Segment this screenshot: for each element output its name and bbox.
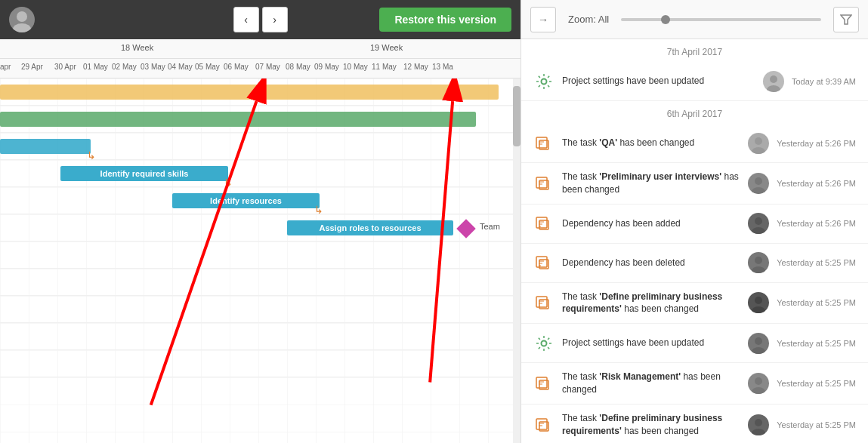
gantt-bar-identify-skills: Identify required skills bbox=[60, 166, 228, 181]
svg-point-24 bbox=[755, 257, 762, 264]
history-item-text: The task 'Risk Management' has been chan… bbox=[562, 371, 740, 396]
svg-rect-26 bbox=[536, 297, 547, 307]
day-label: 13 Ma bbox=[432, 63, 453, 71]
task-icon bbox=[533, 173, 554, 194]
gantt-bar-orange bbox=[0, 85, 499, 100]
date-separator-1: 7th April 2017 bbox=[521, 39, 868, 62]
day-row: apr 29 Apr 30 Apr 01 May 02 May 03 May 0… bbox=[0, 59, 520, 78]
svg-point-8 bbox=[770, 75, 777, 83]
nav-buttons: ‹ › bbox=[233, 7, 288, 32]
svg-point-12 bbox=[755, 137, 762, 145]
svg-point-31 bbox=[755, 337, 762, 345]
dependency-icon bbox=[533, 213, 554, 234]
dependency-icon-3: ↳ bbox=[314, 204, 323, 216]
history-item[interactable]: The task 'Preliminary user interviews' h… bbox=[521, 163, 868, 205]
history-item-text: Project settings have been updated bbox=[562, 337, 740, 349]
filter-button[interactable] bbox=[833, 7, 859, 32]
day-label: 11 May bbox=[372, 63, 397, 71]
history-item[interactable]: Dependency has been deleted Yesterday at… bbox=[521, 244, 868, 283]
history-item[interactable]: The task 'Risk Management' has been chan… bbox=[521, 363, 868, 405]
milestone-label: Team bbox=[480, 222, 500, 231]
history-time: Yesterday at 5:25 PM bbox=[777, 420, 856, 429]
week-row: 18 Week 19 Week bbox=[0, 39, 520, 59]
history-item[interactable]: The task 'QA' has been changed Yesterday… bbox=[521, 124, 868, 163]
zoom-label: Zoom: All bbox=[568, 14, 609, 25]
history-item[interactable]: Dependency has been added Yesterday at 5… bbox=[521, 205, 868, 244]
svg-rect-22 bbox=[536, 257, 547, 267]
gantt-row-9 bbox=[0, 296, 520, 323]
history-avatar bbox=[763, 71, 784, 92]
history-item-text: The task 'Define preliminary business re… bbox=[562, 412, 740, 438]
dependency-icon-1: ↳ bbox=[87, 149, 96, 162]
filter-icon bbox=[840, 14, 852, 26]
svg-point-35 bbox=[755, 377, 762, 385]
svg-point-13 bbox=[752, 147, 765, 154]
history-item-text: The task 'Define preliminary business re… bbox=[562, 291, 740, 316]
history-list[interactable]: 7th April 2017 Project settings have bee… bbox=[521, 39, 868, 443]
task-icon bbox=[533, 373, 554, 394]
settings-icon bbox=[533, 333, 554, 354]
history-time: Today at 9:39 AM bbox=[792, 77, 856, 86]
settings-icon bbox=[533, 71, 554, 92]
back-button[interactable]: → bbox=[530, 7, 556, 32]
avatar bbox=[9, 7, 35, 32]
task-icon bbox=[533, 414, 554, 435]
history-avatar bbox=[748, 252, 769, 273]
gantt-row-10 bbox=[0, 323, 520, 350]
date-separator-2: 6th April 2017 bbox=[521, 101, 868, 124]
svg-point-32 bbox=[752, 347, 765, 354]
history-item[interactable]: The task 'Define preliminary business re… bbox=[521, 283, 868, 325]
restore-button[interactable]: Restore this version bbox=[379, 8, 511, 32]
svg-point-7 bbox=[542, 78, 547, 84]
history-avatar bbox=[748, 414, 769, 435]
history-item[interactable]: The task 'Define preliminary business re… bbox=[521, 405, 868, 443]
gantt-row-7 bbox=[0, 241, 520, 269]
svg-point-25 bbox=[752, 266, 765, 273]
history-avatar bbox=[748, 133, 769, 154]
gantt-body: ↳ Identify required skills ↳ Identify re… bbox=[0, 78, 520, 443]
day-label: 03 May bbox=[141, 63, 165, 71]
day-label: apr bbox=[0, 63, 11, 71]
day-label: 12 May bbox=[403, 63, 428, 71]
history-time: Yesterday at 5:26 PM bbox=[777, 179, 856, 188]
nav-next-button[interactable]: › bbox=[262, 7, 288, 32]
svg-point-20 bbox=[755, 217, 762, 225]
history-time: Yesterday at 5:25 PM bbox=[777, 339, 856, 348]
day-label: 08 May bbox=[286, 63, 310, 71]
svg-point-40 bbox=[752, 429, 765, 435]
history-avatar bbox=[748, 292, 769, 313]
milestone-diamond bbox=[456, 219, 475, 238]
history-item[interactable]: Project settings have been updated Today… bbox=[521, 62, 868, 101]
history-time: Yesterday at 5:25 PM bbox=[777, 379, 856, 388]
history-item-text: Project settings have been updated bbox=[562, 75, 755, 88]
svg-point-39 bbox=[755, 419, 762, 426]
svg-point-1 bbox=[13, 23, 31, 32]
week-19-label: 19 Week bbox=[370, 43, 403, 52]
svg-point-30 bbox=[542, 340, 547, 346]
gantt-bar-identify-resources: Identify resources bbox=[172, 193, 320, 208]
history-item-text: Dependency has been added bbox=[562, 217, 740, 230]
svg-rect-37 bbox=[536, 419, 547, 429]
svg-point-29 bbox=[752, 306, 765, 313]
zoom-slider[interactable] bbox=[621, 18, 821, 21]
gantt-bar-assign-roles: Assign roles to resources bbox=[287, 220, 453, 235]
gantt-row-6: Assign roles to resources Team bbox=[0, 214, 520, 241]
history-avatar bbox=[748, 173, 769, 194]
svg-point-0 bbox=[17, 11, 27, 22]
svg-rect-18 bbox=[536, 217, 547, 228]
gantt-scrollbar[interactable] bbox=[513, 78, 520, 443]
task-icon bbox=[533, 133, 554, 154]
zoom-slider-thumb[interactable] bbox=[661, 15, 670, 24]
history-item[interactable]: Project settings have been updated Yeste… bbox=[521, 324, 868, 363]
svg-point-21 bbox=[752, 227, 765, 234]
header-bar: ‹ › Restore this version bbox=[0, 0, 520, 39]
gantt-scrollbar-thumb[interactable] bbox=[513, 86, 520, 146]
gantt-row-8 bbox=[0, 269, 520, 296]
history-panel: → Zoom: All 7th April 2017 Project setti… bbox=[521, 0, 868, 443]
gantt-panel: ‹ › Restore this version 18 Week 19 Week… bbox=[0, 0, 521, 443]
gantt-chart: 18 Week 19 Week apr 29 Apr 30 Apr 01 May… bbox=[0, 39, 520, 443]
nav-prev-button[interactable]: ‹ bbox=[233, 7, 259, 32]
svg-point-9 bbox=[767, 85, 780, 92]
gantt-row-2 bbox=[0, 106, 520, 133]
day-label: 29 Apr bbox=[21, 63, 43, 71]
